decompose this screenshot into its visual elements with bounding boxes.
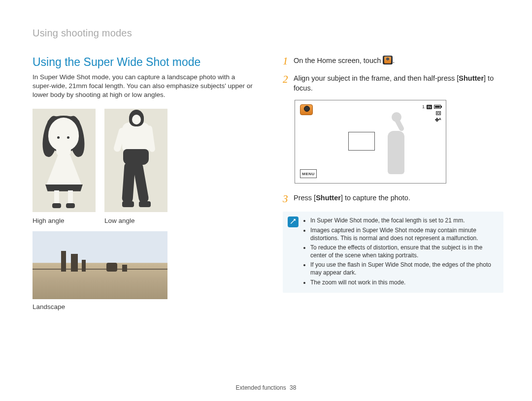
step-1: 1 On the Home screen, touch . [283,56,503,67]
shot-count: 1 [422,104,425,109]
storage-in-icon: IN [427,105,432,109]
image-size-icon [436,111,441,115]
mode-badge-icon [300,104,313,115]
footer-section: Extended functions [236,384,286,391]
menu-button[interactable]: MENU [300,169,317,178]
step-3: 3 Press [Shutter] to capture the photo. [283,193,503,205]
step-3-shutter: Shutter [316,194,341,202]
lcd-status-icons: 1 IN ✤ᴬ [422,104,441,123]
note-item: Images captured in Super Wide Shot mode … [310,226,497,242]
step-number: 3 [283,193,294,205]
step-2-text-pre: Align your subject in the frame, and the… [294,74,459,82]
note-box: In Super Wide Shot mode, the focal lengt… [283,212,503,293]
super-wide-mode-icon [383,56,393,64]
subject-silhouette [382,110,416,174]
step-number: 1 [283,56,294,67]
note-item: The zoom will not work in this mode. [310,278,497,286]
caption-high-angle: High angle [33,217,96,224]
step-number: 2 [283,74,294,85]
step-3-text-post: ] to capture the photo. [341,194,410,202]
note-item: In Super Wide Shot mode, the focal lengt… [310,216,497,224]
example-illustrations [33,109,254,212]
step-1-text-pre: On the Home screen, touch [294,57,383,64]
section-title: Using the Super Wide Shot mode [33,56,254,69]
note-icon [288,216,299,227]
battery-icon [434,105,441,109]
section-intro: In Super Wide Shot mode, you can capture… [33,73,254,100]
step-2-shutter: Shutter [459,74,484,82]
flash-auto-icon: ✤ᴬ [435,117,441,123]
note-item: To reduce the effects of distortion, ens… [310,244,497,259]
page-number: 38 [290,384,296,391]
lcd-preview: 1 IN ✤ᴬ MENU [295,100,446,184]
breadcrumb: Using shooting modes [33,28,503,39]
left-column: Using the Super Wide Shot mode In Super … [33,56,254,310]
caption-landscape: Landscape [33,303,254,310]
landscape-illustration [33,231,167,299]
note-item: If you use the flash in Super Wide Shot … [310,261,497,277]
page-footer: Extended functions 38 [0,384,532,391]
right-column: 1 On the Home screen, touch . 2 Align yo… [283,56,503,310]
high-angle-illustration [33,109,96,212]
af-frame [348,132,375,151]
step-1-text-post: . [393,57,395,64]
caption-low-angle: Low angle [104,217,167,224]
step-2: 2 Align your subject in the frame, and t… [283,74,503,93]
low-angle-illustration [104,109,167,212]
step-3-text-pre: Press [ [294,194,316,202]
